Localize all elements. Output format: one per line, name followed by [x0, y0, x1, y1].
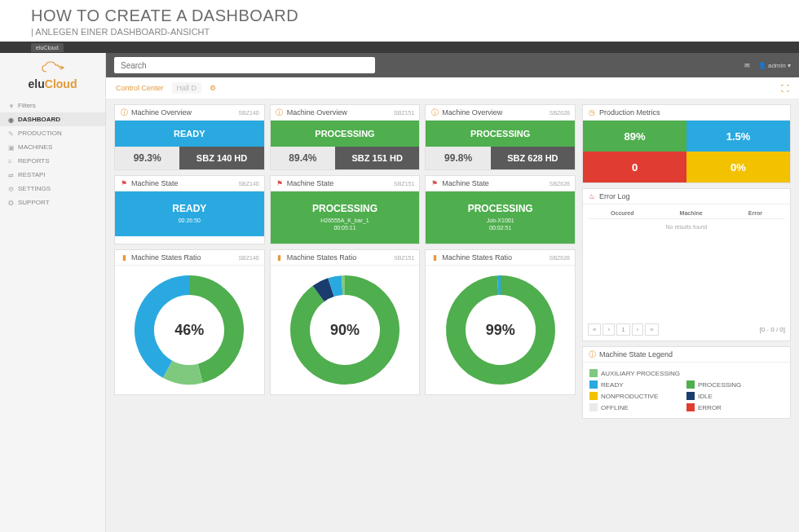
legend-card: ⓘMachine State Legend AUXILIARY PROCESSI… [582, 346, 791, 419]
pager-next[interactable]: › [632, 323, 644, 336]
metric-4: 0% [686, 152, 790, 182]
ratio-card-3: ▮Machine States RatioSBZ628 99% [425, 249, 576, 395]
swatch-aux [589, 369, 598, 377]
clock-icon: ◷ [588, 108, 596, 117]
logo: eluCloud [0, 58, 105, 99]
empty-message: No results found [588, 224, 785, 230]
info-icon: ⓘ [276, 108, 284, 117]
nav-machines[interactable]: ▣MACHINES [0, 140, 105, 154]
overview-name: SBZ 140 HD [179, 147, 263, 169]
state-label: PROCESSING [271, 203, 420, 214]
overview-pct: 89.4% [271, 147, 335, 169]
sidebar: eluCloud ▼Filters ◉DASHBOARD ✎PRODUCTION… [0, 53, 106, 532]
chart-icon: ▮ [276, 253, 284, 262]
nav-filters[interactable]: ▼Filters [0, 99, 105, 112]
logo-text-a: elu [29, 77, 45, 90]
machines-icon: ▣ [8, 144, 15, 151]
ratio-card-2: ▮Machine States RatioSBZ151 90% [270, 249, 421, 395]
chart-icon: ▮ [430, 253, 439, 262]
mail-icon[interactable]: ✉ [744, 62, 750, 69]
state-label: PROCESSING [426, 203, 575, 214]
nav-reports[interactable]: ≡REPORTS [0, 154, 105, 168]
search [114, 57, 375, 74]
breadcrumb-hall[interactable]: Hall D [172, 82, 202, 94]
info-icon: ⓘ [430, 108, 439, 117]
chart-icon: ▮ [120, 253, 128, 262]
reports-icon: ≡ [8, 158, 15, 165]
info-icon: ⓘ [120, 108, 128, 117]
swatch-nonprod [589, 392, 598, 400]
nav-dashboard[interactable]: ◉DASHBOARD [0, 112, 105, 126]
state-time: 00:02:51 [426, 225, 575, 231]
status-badge: PROCESSING [426, 121, 575, 147]
fire-icon: ♨ [588, 192, 596, 200]
metric-1: 89% [583, 121, 686, 152]
presentation-title: HOW TO CREATE A DASHBOARD [31, 7, 799, 25]
expand-icon[interactable]: ⛶ [781, 84, 789, 93]
state-time: 00:05:11 [271, 225, 420, 231]
ratio-value: 99% [486, 322, 515, 339]
status-badge: READY [115, 121, 264, 147]
pager-page[interactable]: 1 [616, 323, 629, 336]
breadcrumb-control-center[interactable]: Control Center [116, 84, 164, 92]
metric-2: 1.5% [686, 121, 790, 152]
col-error: Error [748, 210, 762, 216]
browser-tab[interactable]: eluCloud [31, 43, 64, 52]
pager-prev[interactable]: ‹ [603, 323, 615, 336]
gear-icon: ⚙ [8, 186, 15, 192]
ratio-card-1: ▮Machine States RatioSBZ140 46% [114, 249, 265, 395]
pager-last[interactable]: » [645, 323, 658, 336]
flag-icon: ⚑ [430, 179, 439, 187]
cloud-icon [41, 61, 65, 77]
nav: ▼Filters ◉DASHBOARD ✎PRODUCTION ▣MACHINE… [0, 99, 105, 209]
status-badge: PROCESSING [271, 121, 420, 147]
metric-3: 0 [583, 152, 686, 182]
swatch-processing [686, 380, 695, 389]
overview-card-3: ⓘMachine OverviewSBZ628 PROCESSING 99.8%… [425, 104, 576, 170]
info-icon: ⓘ [588, 350, 596, 358]
filter-icon: ▼ [8, 103, 15, 109]
ratio-value: 46% [174, 322, 204, 339]
presentation-header: HOW TO CREATE A DASHBOARD | ANLEGEN EINE… [0, 0, 799, 42]
overview-card-1: ⓘMachine OverviewSBZ140 READY 99.3%SBZ 1… [114, 104, 265, 170]
state-label: READY [115, 203, 264, 214]
breadcrumbs: Control Center Hall D ⚙ ⛶ [106, 77, 799, 99]
logo-text-b: Cloud [45, 77, 77, 90]
state-time: 00:26:50 [115, 218, 264, 223]
pager-first[interactable]: « [588, 323, 601, 336]
metrics-card: ◷Production Metrics 89% 1.5% 0 0% [582, 104, 791, 183]
overview-pct: 99.3% [115, 147, 179, 169]
overview-name: SBZ 628 HD [491, 147, 575, 169]
presentation-subtitle: | ANLEGEN EINER DASHBOARD-ANSICHT [31, 27, 799, 37]
api-icon: ⇄ [8, 172, 15, 178]
dashboard-icon: ◉ [8, 117, 15, 123]
ratio-row: ▮Machine States RatioSBZ140 46% ▮Machine… [114, 249, 576, 395]
errorlog-card: ♨Error Log Occured Machine Error No resu… [582, 188, 791, 341]
overview-pct: 99.8% [426, 147, 490, 169]
nav-settings[interactable]: ⚙SETTINGS [0, 182, 105, 196]
browser-tabbar: eluCloud [0, 42, 799, 53]
swatch-error [686, 403, 695, 411]
state-row: ⚑Machine StateSBZ140 READY00:26:50 ⚑Mach… [114, 175, 576, 244]
search-input[interactable] [114, 57, 375, 73]
dashboard-settings-icon[interactable]: ⚙ [210, 84, 216, 92]
swatch-offline [589, 403, 598, 411]
overview-card-2: ⓘMachine OverviewSBZ151 PROCESSING 89.4%… [270, 104, 421, 170]
nav-production[interactable]: ✎PRODUCTION [0, 126, 105, 140]
nav-restapi[interactable]: ⇄RESTAPI [0, 168, 105, 182]
col-machine: Machine [680, 210, 703, 216]
topbar: ✉ 👤 admin ▾ [106, 53, 799, 77]
support-icon: ✪ [8, 200, 15, 206]
nav-support[interactable]: ✪SUPPORT [0, 196, 105, 209]
production-icon: ✎ [8, 130, 15, 137]
overview-row: ⓘMachine OverviewSBZ140 READY 99.3%SBZ 1… [114, 104, 576, 170]
user-menu[interactable]: 👤 admin ▾ [758, 62, 791, 69]
ratio-value: 90% [330, 322, 360, 339]
state-card-1: ⚑Machine StateSBZ140 READY00:26:50 [114, 175, 265, 244]
flag-icon: ⚑ [276, 179, 284, 187]
pager-range: [0 - 0 / 0] [759, 326, 785, 333]
overview-name: SBZ 151 HD [335, 147, 419, 169]
state-card-2: ⚑Machine StateSBZ151 PROCESSINGH26555A_K… [270, 175, 421, 244]
col-occured: Occured [611, 210, 633, 216]
swatch-ready [589, 380, 598, 389]
